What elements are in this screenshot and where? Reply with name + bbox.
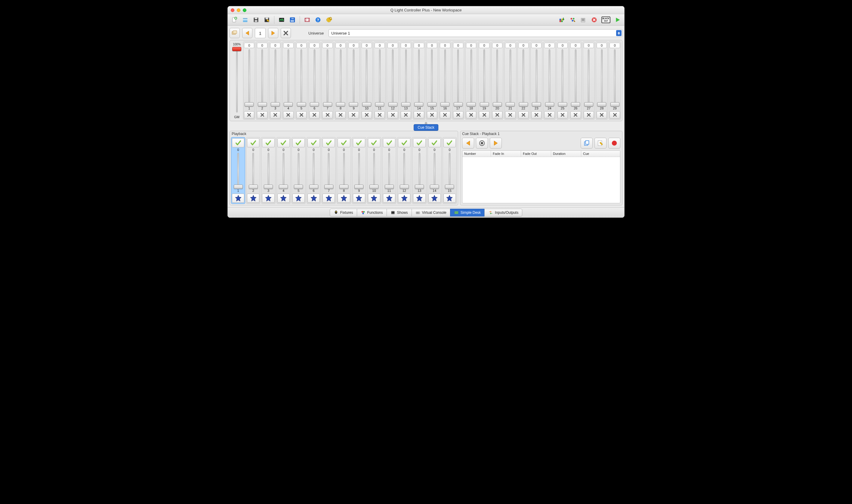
web-access-button[interactable] <box>324 15 334 24</box>
channel-slider[interactable] <box>466 48 476 106</box>
channel-value[interactable]: 0 <box>544 43 554 48</box>
cue-record-button[interactable] <box>608 138 620 148</box>
channel-value[interactable]: 0 <box>466 43 476 48</box>
cue-stop-button[interactable] <box>476 138 488 148</box>
channel-reset-button[interactable] <box>531 111 542 119</box>
playback-flash-button[interactable] <box>413 194 425 203</box>
channel-slider[interactable] <box>518 48 529 106</box>
channel-reset-button[interactable] <box>257 111 267 119</box>
channel-value[interactable]: 0 <box>584 43 594 48</box>
cue-next-button[interactable] <box>490 138 502 148</box>
channel-slider[interactable] <box>375 48 385 106</box>
new-file-button[interactable] <box>230 15 239 24</box>
playback-flash-button[interactable] <box>398 194 410 203</box>
window-zoom-button[interactable] <box>243 8 246 12</box>
playback-slider[interactable] <box>383 152 395 189</box>
playback-flash-button[interactable] <box>278 194 290 203</box>
page-input[interactable]: 1 <box>255 28 266 38</box>
channel-slider[interactable] <box>335 48 346 106</box>
channel-value[interactable]: 0 <box>283 43 293 48</box>
dump-dmx-button[interactable] <box>557 15 567 24</box>
page-next-button[interactable] <box>268 28 278 38</box>
playback-slider[interactable] <box>353 152 365 189</box>
channel-reset-button[interactable] <box>505 111 515 119</box>
tab-inputs-outputs[interactable]: Inputs/Outputs <box>484 209 522 217</box>
playback-flash-button[interactable] <box>232 194 244 203</box>
playback-select-button[interactable] <box>413 138 425 147</box>
live-edit-button[interactable] <box>568 15 577 24</box>
channel-reset-button[interactable] <box>584 111 594 119</box>
channel-value[interactable]: 0 <box>414 43 424 48</box>
playback-slider[interactable] <box>398 152 410 189</box>
playback-select-button[interactable] <box>353 138 365 147</box>
playback-slider[interactable] <box>262 152 274 189</box>
channel-value[interactable]: 0 <box>609 43 620 48</box>
channel-value[interactable]: 0 <box>388 43 398 48</box>
reset-channels-button[interactable] <box>281 28 291 38</box>
channel-reset-button[interactable] <box>375 111 385 119</box>
channel-value[interactable]: 0 <box>492 43 502 48</box>
gm-slider[interactable] <box>231 47 243 114</box>
cue-prev-button[interactable] <box>462 138 474 148</box>
channel-slider[interactable] <box>440 48 450 106</box>
playback-flash-button[interactable] <box>247 194 259 203</box>
open-file-button[interactable] <box>241 15 250 24</box>
playback-slider[interactable] <box>232 152 244 189</box>
run-button[interactable] <box>613 15 622 24</box>
playback-select-button[interactable] <box>428 138 441 147</box>
channel-slider[interactable] <box>597 48 607 106</box>
cue-stack-chip[interactable]: Cue Stack <box>414 124 438 131</box>
playback-slider[interactable] <box>443 152 456 189</box>
channel-reset-button[interactable] <box>349 111 359 119</box>
playback-slider[interactable] <box>413 152 425 189</box>
playback-select-button[interactable] <box>383 138 395 147</box>
channel-reset-button[interactable] <box>270 111 280 119</box>
tab-simple-desk[interactable]: Simple Desk <box>450 209 485 217</box>
channel-reset-button[interactable] <box>466 111 476 119</box>
channel-slider[interactable] <box>349 48 359 106</box>
splitter-handle[interactable]: Cue Stack <box>230 121 622 125</box>
channel-value[interactable]: 0 <box>453 43 463 48</box>
fullscreen-button[interactable] <box>302 15 312 24</box>
channel-slider[interactable] <box>479 48 489 106</box>
playback-slider[interactable] <box>368 152 380 189</box>
channel-reset-button[interactable] <box>518 111 529 119</box>
channel-reset-button[interactable] <box>609 111 620 119</box>
cue-edit-button[interactable] <box>594 138 606 148</box>
channel-reset-button[interactable] <box>597 111 607 119</box>
playback-select-button[interactable] <box>338 138 350 147</box>
channel-reset-button[interactable] <box>401 111 411 119</box>
playback-flash-button[interactable] <box>428 194 441 203</box>
cue-table[interactable]: Number Fade In Fade Out Duration Cue <box>462 150 620 203</box>
playback-slider[interactable] <box>428 152 441 189</box>
channel-reset-button[interactable] <box>479 111 489 119</box>
playback-flash-button[interactable] <box>322 194 335 203</box>
channel-value[interactable]: 0 <box>597 43 607 48</box>
view-toggle-button[interactable] <box>230 28 240 38</box>
channel-value[interactable]: 0 <box>401 43 411 48</box>
channel-value[interactable]: 0 <box>440 43 450 48</box>
channel-value[interactable]: 0 <box>270 43 280 48</box>
channel-slider[interactable] <box>427 48 437 106</box>
playback-flash-button[interactable] <box>262 194 274 203</box>
playback-flash-button[interactable] <box>338 194 350 203</box>
channel-reset-button[interactable] <box>427 111 437 119</box>
channel-reset-button[interactable] <box>440 111 450 119</box>
col-cue[interactable]: Cue <box>581 151 620 157</box>
col-fadeout[interactable]: Fade Out <box>521 151 551 157</box>
channel-slider[interactable] <box>296 48 306 106</box>
tab-fixtures[interactable]: Fixtures <box>330 209 357 217</box>
playback-select-button[interactable] <box>322 138 335 147</box>
col-duration[interactable]: Duration <box>551 151 581 157</box>
channel-reset-button[interactable] <box>296 111 306 119</box>
playback-flash-button[interactable] <box>443 194 456 203</box>
channel-value[interactable]: 0 <box>244 43 254 48</box>
playback-slider[interactable] <box>322 152 335 189</box>
playback-flash-button[interactable] <box>353 194 365 203</box>
playback-select-button[interactable] <box>292 138 305 147</box>
channel-reset-button[interactable] <box>335 111 346 119</box>
playback-slider[interactable] <box>247 152 259 189</box>
dmx-address-button[interactable]: ON <box>288 15 297 24</box>
playback-flash-button[interactable] <box>307 194 320 203</box>
channel-value[interactable]: 0 <box>427 43 437 48</box>
